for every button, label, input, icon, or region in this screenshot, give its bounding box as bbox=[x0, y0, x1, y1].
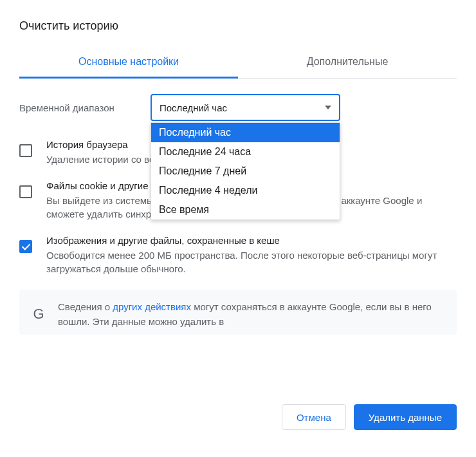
time-range-select[interactable]: Последний час bbox=[151, 94, 340, 121]
dropdown-option-day[interactable]: Последние 24 часа bbox=[151, 142, 340, 162]
history-checkbox[interactable] bbox=[19, 144, 32, 157]
dropdown-option-month[interactable]: Последние 4 недели bbox=[151, 181, 340, 200]
clear-data-button[interactable]: Удалить данные bbox=[354, 404, 457, 430]
time-range-row: Временной диапазон Последний час Последн… bbox=[19, 94, 457, 121]
time-range-label: Временной диапазон bbox=[19, 102, 135, 113]
cancel-button[interactable]: Отмена bbox=[282, 404, 346, 430]
time-range-dropdown: Последний час Последние 24 часа Последни… bbox=[151, 122, 340, 220]
dropdown-option-week[interactable]: Последние 7 дней bbox=[151, 162, 340, 181]
google-logo-icon: G bbox=[31, 306, 46, 322]
dropdown-option-hour[interactable]: Последний час bbox=[151, 123, 340, 142]
info-prefix: Сведения о bbox=[58, 301, 113, 312]
button-row: Отмена Удалить данные bbox=[282, 404, 457, 430]
cache-row: Изображения и другие файлы, сохраненные … bbox=[19, 235, 457, 275]
cache-title: Изображения и другие файлы, сохраненные … bbox=[46, 235, 457, 246]
cookies-checkbox[interactable] bbox=[19, 185, 32, 198]
tab-basic[interactable]: Основные настройки bbox=[19, 46, 238, 78]
cache-content: Изображения и другие файлы, сохраненные … bbox=[46, 235, 457, 275]
tab-advanced[interactable]: Дополнительные bbox=[238, 46, 457, 78]
info-text: Сведения о других действиях могут сохран… bbox=[58, 300, 445, 335]
tab-bar: Основные настройки Дополнительные bbox=[19, 46, 457, 79]
cache-desc: Освободится менее 200 МБ пространства. П… bbox=[46, 248, 457, 275]
chevron-down-icon bbox=[325, 106, 331, 109]
dialog-title: Очистить историю bbox=[19, 19, 457, 33]
dropdown-option-all[interactable]: Все время bbox=[151, 200, 340, 219]
time-range-select-wrapper: Последний час Последний час Последние 24… bbox=[151, 94, 340, 121]
info-link[interactable]: других действиях bbox=[113, 301, 191, 312]
cache-checkbox[interactable] bbox=[19, 240, 32, 253]
info-box: G Сведения о других действиях могут сохр… bbox=[19, 290, 457, 335]
time-range-selected-text: Последний час bbox=[160, 102, 227, 113]
